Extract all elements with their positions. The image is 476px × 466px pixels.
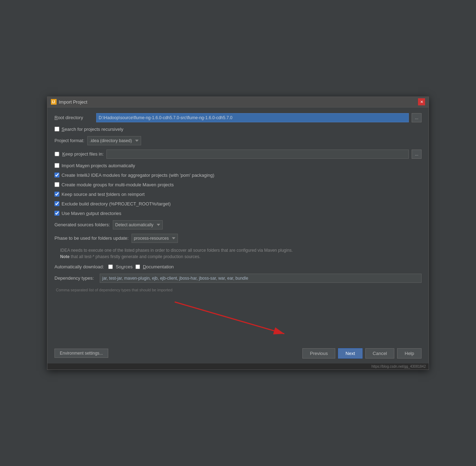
- project-format-label: Project format:: [54, 138, 85, 143]
- main-content: Root directory ... Search for projects r…: [47, 107, 429, 345]
- create-intellij-label[interactable]: Create IntelliJ IDEA modules for aggrega…: [62, 173, 214, 178]
- import-maven-checkbox[interactable]: [54, 163, 59, 168]
- create-module-groups-row: Create module groups for multi-module Ma…: [54, 182, 422, 187]
- exclude-build-checkbox[interactable]: [54, 201, 59, 206]
- generated-sources-row: Generated sources folders: Detect automa…: [54, 220, 422, 229]
- project-format-dropdown[interactable]: .idea (directory based): [87, 136, 141, 145]
- environment-settings-button[interactable]: Environment settings...: [54, 349, 108, 358]
- generated-sources-label: Generated sources folders:: [54, 222, 110, 227]
- exclude-build-row: Exclude build directory (%PROJECT_ROOT%/…: [54, 201, 422, 206]
- root-directory-input[interactable]: [96, 113, 409, 122]
- svg-line-3: [175, 302, 284, 334]
- auto-download-row: Automatically download: Sources Document…: [54, 264, 422, 269]
- create-intellij-checkbox[interactable]: [54, 173, 59, 177]
- import-maven-label[interactable]: Import Maven projects automatically: [62, 163, 135, 168]
- use-maven-output-checkbox[interactable]: [54, 211, 59, 216]
- import-project-window: IJ Import Project ✕ Root directory ... S…: [47, 97, 429, 370]
- next-button[interactable]: Next: [338, 348, 362, 359]
- titlebar: IJ Import Project ✕: [47, 97, 429, 107]
- search-recursively-row: Search for projects recursively: [54, 127, 422, 132]
- search-recursively-label[interactable]: Search for projects recursively: [62, 127, 123, 132]
- info-text-line2-note: Note: [60, 254, 70, 259]
- dependency-types-hint: Comma separated list of dependency types…: [54, 287, 422, 292]
- create-module-groups-checkbox[interactable]: [54, 182, 59, 187]
- documentation-label[interactable]: Documentation: [143, 264, 174, 269]
- keep-source-folders-checkbox[interactable]: [54, 192, 59, 197]
- previous-button[interactable]: Previous: [302, 348, 335, 359]
- keep-project-files-browse-button[interactable]: ...: [412, 150, 422, 159]
- bottom-bar: Environment settings... Previous Next Ca…: [47, 345, 429, 363]
- svg-text:IJ: IJ: [52, 100, 55, 104]
- dependency-types-row: Dependency types:: [54, 274, 422, 283]
- phase-label: Phase to be used for folders update:: [54, 235, 129, 241]
- keep-source-folders-label[interactable]: Keep source and test folders on reimport: [62, 192, 145, 197]
- use-maven-output-label[interactable]: Use Maven output directories: [62, 211, 121, 216]
- search-recursively-checkbox[interactable]: [54, 127, 59, 132]
- close-button[interactable]: ✕: [418, 98, 425, 105]
- keep-project-files-row: Keep project files in: ...: [54, 150, 422, 159]
- auto-download-label: Automatically download:: [54, 264, 104, 269]
- create-intellij-row: Create IntelliJ IDEA modules for aggrega…: [54, 173, 422, 178]
- root-directory-browse-button[interactable]: ...: [412, 113, 422, 122]
- keep-project-files-input[interactable]: [106, 150, 409, 159]
- root-directory-row: Root directory ...: [54, 113, 422, 122]
- dependency-types-label: Dependency types:: [54, 275, 97, 281]
- url-text: https://blog.csdn.net/gg_43081842: [372, 365, 426, 368]
- generated-sources-dropdown[interactable]: Detect automatically: [113, 220, 163, 229]
- use-maven-output-row: Use Maven output directories: [54, 211, 422, 216]
- documentation-checkbox[interactable]: [135, 264, 140, 269]
- titlebar-left: IJ Import Project: [51, 99, 87, 105]
- dependency-types-input[interactable]: [100, 274, 422, 283]
- phase-row: Phase to be used for folders update: pro…: [54, 234, 422, 243]
- root-directory-label: Root directory: [54, 115, 93, 120]
- keep-project-files-label[interactable]: Keep project files in:: [62, 151, 104, 157]
- project-format-row: Project format: .idea (directory based): [54, 136, 422, 145]
- app-icon: IJ: [51, 99, 57, 105]
- sources-checkbox[interactable]: [108, 264, 113, 269]
- keep-source-folders-row: Keep source and test folders on reimport: [54, 192, 422, 197]
- window-title: Import Project: [59, 99, 87, 105]
- exclude-build-label[interactable]: Exclude build directory (%PROJECT_ROOT%/…: [62, 201, 170, 206]
- red-arrow-icon: [153, 300, 306, 339]
- keep-project-files-checkbox[interactable]: [54, 152, 59, 156]
- info-text-line1: IDEA needs to execute one of the listed …: [60, 248, 293, 253]
- import-maven-row: Import Maven projects automatically: [54, 163, 422, 168]
- create-module-groups-label[interactable]: Create module groups for multi-module Ma…: [62, 182, 174, 187]
- info-text: IDEA needs to execute one of the listed …: [60, 247, 422, 260]
- info-text-line2: that all test-* phases firstly generate …: [71, 254, 201, 259]
- cancel-button[interactable]: Cancel: [365, 348, 394, 359]
- url-bar: https://blog.csdn.net/gg_43081842: [47, 363, 429, 369]
- sources-label[interactable]: Sources: [116, 264, 133, 269]
- arrow-area: [54, 297, 422, 339]
- help-button[interactable]: Help: [397, 348, 422, 359]
- phase-dropdown[interactable]: process-resources: [132, 234, 178, 243]
